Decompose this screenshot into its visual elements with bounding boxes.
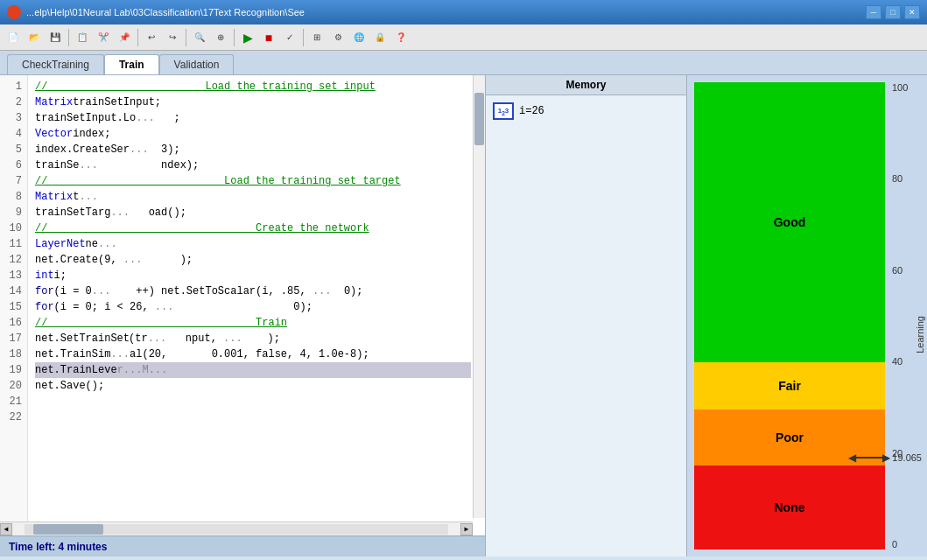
memory-variable-i: 123 i=26 bbox=[493, 102, 679, 120]
code-line-7: //_______________ __ Load the training s… bbox=[35, 173, 471, 189]
code-line-11: LayerNet ne... bbox=[35, 236, 471, 252]
hscroll-right[interactable]: ▶ bbox=[460, 523, 473, 536]
code-line-19: net.TrainLever...M... bbox=[35, 362, 471, 378]
toolbar-lock[interactable]: 🔒 bbox=[370, 28, 390, 47]
bar-good-label: Good bbox=[774, 215, 806, 229]
toolbar-stop[interactable]: ■ bbox=[259, 28, 278, 47]
toolbar-sep3 bbox=[186, 29, 186, 46]
code-line-6: trainSe... ndex); bbox=[35, 158, 471, 173]
toolbar-sep1 bbox=[68, 29, 69, 46]
memory-icon-i: 123 bbox=[493, 102, 514, 120]
code-line-1: //________________________ Load the trai… bbox=[35, 79, 471, 94]
code-line-13: int i; bbox=[35, 268, 471, 284]
toolbar-sep2 bbox=[137, 29, 138, 46]
close-button[interactable]: ✕ bbox=[904, 5, 920, 19]
code-vscrollbar-thumb[interactable] bbox=[474, 93, 484, 145]
hscroll-left[interactable]: ◀ bbox=[0, 523, 12, 536]
code-panel: 12345 678910 1112131415 1617181920 2122 … bbox=[0, 75, 486, 556]
toolbar-undo[interactable]: ↩ bbox=[142, 28, 161, 47]
minimize-button[interactable]: ─ bbox=[866, 5, 881, 19]
code-line-2: Matrix trainSetInput; bbox=[35, 94, 471, 110]
toolbar-sep4 bbox=[234, 29, 235, 46]
toolbar: 📄 📂 💾 📋 ✂️ 📌 ↩ ↪ 🔍 ⊕ ▶ ■ ✓ ⊞ ⚙ 🌐 🔒 ❓ bbox=[0, 24, 927, 51]
code-line-10: //________________________ __ Create the… bbox=[35, 220, 471, 236]
code-line-14: for(i = 0... ++) net.SetToScalar(i, .85,… bbox=[35, 284, 471, 299]
y-axis-0: 0 bbox=[888, 539, 897, 550]
code-hscrollbar[interactable]: ◀ ▶ bbox=[0, 522, 473, 536]
code-line-16: //________________________ Train bbox=[35, 315, 471, 331]
titlebar-title: ...elp\Help\01Neural Lab\03Classificatio… bbox=[26, 7, 305, 18]
toolbar-settings[interactable]: ⚙ bbox=[328, 28, 348, 47]
code-line-17: net.SetTrainSet(tr... nput, ... ); bbox=[35, 331, 471, 346]
toolbar-save[interactable]: 💾 bbox=[46, 28, 65, 47]
bar-poor-label: Poor bbox=[776, 430, 804, 444]
bar-good: Good bbox=[694, 82, 885, 362]
code-line-3: trainSetInput.Lo... ; bbox=[35, 110, 471, 126]
memory-panel: Memory 123 i=26 bbox=[486, 75, 687, 556]
toolbar-grid[interactable]: ⊞ bbox=[307, 28, 327, 47]
code-line-22 bbox=[35, 410, 471, 425]
y-axis-40: 40 bbox=[888, 356, 902, 367]
code-line-4: Vector index; bbox=[35, 126, 471, 142]
code-line-9: trainSetTarg... oad(); bbox=[35, 205, 471, 220]
annotation-arrow-left: ◀ bbox=[848, 452, 856, 464]
toolbar-copy[interactable]: 📋 bbox=[73, 28, 92, 47]
status-text: Time left: 4 minutes bbox=[9, 541, 107, 553]
y-axis-60: 60 bbox=[888, 265, 902, 276]
bar-fair: Fair bbox=[694, 362, 885, 409]
code-line-15: for(i = 0; i < 26, ... 0); bbox=[35, 299, 471, 315]
code-line-12: net.Create(9, ... ); bbox=[35, 252, 471, 268]
toolbar-paste[interactable]: 📌 bbox=[115, 28, 134, 47]
bar-none-label: None bbox=[775, 500, 805, 514]
bar-fair-label: Fair bbox=[778, 379, 801, 393]
tab-train[interactable]: Train bbox=[104, 54, 159, 74]
memory-content: 123 i=26 bbox=[486, 95, 686, 556]
code-line-21 bbox=[35, 394, 471, 410]
code-hscrollbar-track[interactable] bbox=[25, 524, 448, 535]
code-area[interactable]: 12345 678910 1112131415 1617181920 2122 … bbox=[0, 75, 485, 536]
toolbar-search[interactable]: 🔍 bbox=[190, 28, 209, 47]
toolbar-open[interactable]: 📂 bbox=[25, 28, 44, 47]
status-bar: Time left: 4 minutes bbox=[0, 536, 485, 556]
y-axis-100: 100 bbox=[888, 82, 908, 93]
memory-header: Memory bbox=[486, 75, 686, 95]
code-hscrollbar-thumb[interactable] bbox=[33, 524, 103, 535]
toolbar-zoom[interactable]: ⊕ bbox=[211, 28, 230, 47]
tab-bar: CheckTraining Train Validation bbox=[0, 51, 927, 75]
learning-label: Learning bbox=[915, 316, 925, 354]
app-icon bbox=[7, 5, 21, 19]
titlebar-controls: ─ □ ✕ bbox=[866, 5, 920, 19]
toolbar-network[interactable]: 🌐 bbox=[349, 28, 369, 47]
toolbar-check[interactable]: ✓ bbox=[280, 28, 299, 47]
toolbar-new[interactable]: 📄 bbox=[4, 28, 23, 47]
y-axis-20: 20 bbox=[888, 448, 902, 458]
code-line-8: Matrix t... bbox=[35, 189, 471, 205]
toolbar-redo[interactable]: ↪ bbox=[163, 28, 182, 47]
code-line-5: index.CreateSer... 3); bbox=[35, 142, 471, 158]
titlebar: ...elp\Help\01Neural Lab\03Classificatio… bbox=[0, 0, 927, 24]
restore-button[interactable]: □ bbox=[885, 5, 901, 19]
toolbar-run[interactable]: ▶ bbox=[238, 28, 257, 47]
tab-check-training[interactable]: CheckTraining bbox=[7, 54, 104, 74]
annotation-line bbox=[856, 457, 882, 458]
code-lines[interactable]: //________________________ Load the trai… bbox=[28, 75, 485, 522]
tab-validation[interactable]: Validation bbox=[159, 54, 235, 74]
code-line-18: net.TrainSim...al(20, 0.001, false, 4, 1… bbox=[35, 346, 471, 362]
chart-panel: Good Fair Poor None ◀ ▶ bbox=[687, 75, 927, 556]
line-numbers: 12345 678910 1112131415 1617181920 2122 bbox=[0, 75, 28, 522]
bar-none: None bbox=[694, 466, 885, 550]
memory-label-i: i=26 bbox=[519, 105, 544, 117]
toolbar-cut[interactable]: ✂️ bbox=[94, 28, 113, 47]
toolbar-sep5 bbox=[303, 29, 304, 46]
main-content: 12345 678910 1112131415 1617181920 2122 … bbox=[0, 75, 927, 556]
toolbar-help[interactable]: ❓ bbox=[391, 28, 411, 47]
code-vscrollbar[interactable] bbox=[473, 75, 485, 518]
y-axis-80: 80 bbox=[888, 173, 902, 184]
learning-chart: Good Fair Poor None ◀ ▶ bbox=[694, 82, 885, 550]
code-line-20: net.Save(); bbox=[35, 378, 471, 394]
